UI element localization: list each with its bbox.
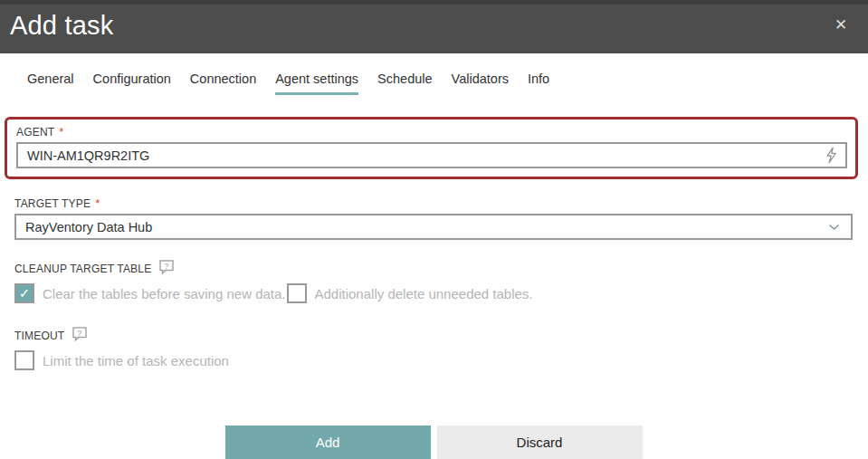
tab-agent-settings[interactable]: Agent settings: [275, 72, 358, 95]
close-button[interactable]: ✕: [829, 13, 853, 36]
agent-required-asterisk: *: [59, 125, 63, 139]
target-type-select[interactable]: RayVentory Data Hub: [14, 214, 853, 240]
help-icon[interactable]: ?: [159, 260, 175, 277]
discard-button[interactable]: Discard: [437, 426, 643, 459]
clear-tables-label: Clear the tables before saving new data.: [43, 286, 286, 301]
target-type-group: TARGET TYPE * RayVentory Data Hub: [14, 196, 853, 240]
delete-tables-checkbox[interactable]: [287, 283, 307, 303]
cleanup-label: CLEANUP TARGET TABLE: [14, 263, 151, 275]
agent-field-highlight: AGENT *: [5, 117, 858, 179]
agent-input-wrap: [16, 142, 847, 168]
close-icon: ✕: [835, 15, 847, 34]
timeout-label: TIMEOUT: [14, 330, 64, 342]
tab-info[interactable]: Info: [528, 72, 549, 95]
target-type-required-asterisk: *: [95, 196, 100, 210]
tab-configuration[interactable]: Configuration: [93, 72, 171, 95]
cleanup-checkbox-row: ✓ Clear the tables before saving new dat…: [14, 283, 853, 303]
tab-validators[interactable]: Validators: [452, 72, 509, 95]
target-type-value: RayVentory Data Hub: [25, 220, 152, 234]
timeout-section: TIMEOUT ? Limit the time of task executi…: [14, 327, 853, 370]
agent-label: AGENT: [16, 126, 54, 139]
dialog-footer: Add Discard: [14, 426, 853, 459]
cleanup-section: CLEANUP TARGET TABLE ? ✓ Clear the table…: [14, 260, 853, 303]
dialog-title: Add task: [10, 11, 113, 41]
svg-text:?: ?: [78, 329, 82, 338]
lightning-icon: [825, 147, 837, 164]
checkmark-icon: ✓: [19, 285, 31, 301]
add-button[interactable]: Add: [225, 426, 431, 459]
tab-connection[interactable]: Connection: [190, 72, 256, 95]
delete-tables-label: Additionally delete unneeded tables.: [315, 286, 533, 301]
limit-time-checkbox[interactable]: [14, 350, 34, 370]
target-type-label: TARGET TYPE: [14, 197, 91, 210]
svg-text:?: ?: [165, 262, 169, 271]
help-icon[interactable]: ?: [72, 327, 88, 344]
chevron-down-icon: [828, 224, 840, 231]
timeout-checkbox-row: Limit the time of task execution: [14, 350, 853, 370]
tab-general[interactable]: General: [27, 72, 74, 95]
tab-bar: General Configuration Connection Agent s…: [0, 72, 868, 95]
dialog-header: Add task ✕: [0, 0, 868, 53]
limit-time-label: Limit the time of task execution: [43, 353, 229, 368]
agent-input[interactable]: [27, 148, 825, 163]
tab-schedule[interactable]: Schedule: [377, 72, 432, 95]
clear-tables-checkbox[interactable]: ✓: [14, 283, 34, 303]
